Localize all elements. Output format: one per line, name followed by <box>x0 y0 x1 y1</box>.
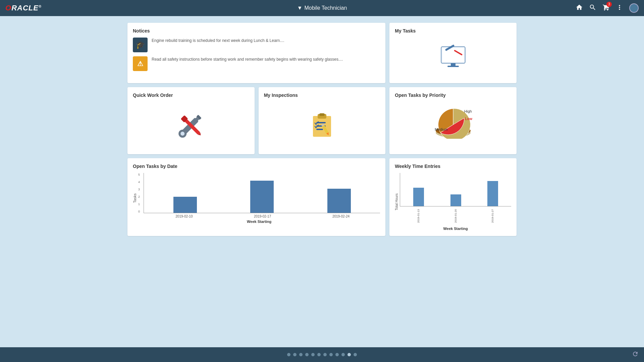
svg-rect-3 <box>451 63 455 66</box>
pagination-dots <box>287 353 357 356</box>
my-tasks-title: My Tasks <box>395 28 416 34</box>
user-avatar[interactable] <box>629 3 639 13</box>
notice-education-icon: 🎓 <box>133 38 148 52</box>
oracle-logo: ORACLE® <box>5 4 42 12</box>
quick-work-order-card[interactable]: Quick Work Order <box>127 87 255 154</box>
main-grid: Notices 🎓 Engine rebuild training is sch… <box>0 16 644 243</box>
weekly-bar-1 <box>413 188 424 206</box>
weekly-time-title: Weekly Time Entries <box>395 164 511 169</box>
footer <box>0 347 644 362</box>
bar-group-1 <box>147 197 223 213</box>
svg-text:Medium: Medium <box>435 127 448 131</box>
quick-work-icon <box>177 112 204 139</box>
bar-3 <box>327 189 351 213</box>
title-arrow: ▼ <box>297 5 303 11</box>
dot-6[interactable] <box>323 353 327 356</box>
inspections-icon-container <box>264 102 380 149</box>
weekly-x-label-2: 2019-01-20 <box>454 208 457 225</box>
bar-group-3 <box>301 189 377 213</box>
app-title: ▼ Mobile Technician <box>297 5 347 11</box>
weekly-bar-3 <box>487 181 498 206</box>
open-tasks-priority-card: Open Tasks by Priority High Low Medium <box>389 87 517 154</box>
x-label-2: 2019-02-17 <box>223 215 302 218</box>
x-label-3: 2019-02-24 <box>302 215 380 218</box>
svg-rect-20 <box>316 129 323 130</box>
bar-2 <box>250 181 274 213</box>
weekly-y-axis-label: Total Hours <box>395 193 398 210</box>
tasks-y-axis-label: Tasks <box>133 193 137 203</box>
tasks-x-axis-label: Week Starting <box>138 220 380 224</box>
dot-10[interactable] <box>347 353 351 356</box>
cart-badge: 3 <box>606 2 612 7</box>
weekly-bar-group-1 <box>403 188 434 206</box>
dot-8[interactable] <box>335 353 339 356</box>
bar-1 <box>173 197 197 213</box>
notices-card: Notices 🎓 Engine rebuild training is sch… <box>127 23 385 83</box>
tasks-monitor-icon <box>438 44 468 71</box>
dot-11[interactable] <box>354 353 357 356</box>
weekly-bar-group-2 <box>440 194 472 206</box>
bar-group-2 <box>223 181 300 213</box>
tasks-icon-container <box>395 38 511 78</box>
dot-3[interactable] <box>305 353 309 356</box>
notice-text-1: Engine rebuild training is scheduled for… <box>152 38 284 44</box>
dot-5[interactable] <box>317 353 321 356</box>
notice-warning-icon: ⚠ <box>133 56 148 71</box>
header-icons: 3 <box>576 3 639 13</box>
my-inspections-card[interactable]: My Inspections <box>259 87 386 154</box>
cart-icon[interactable]: 3 <box>602 4 610 13</box>
weekly-x-axis-label: Week Starting <box>400 227 511 231</box>
search-icon[interactable] <box>589 4 596 13</box>
notice-item-2[interactable]: ⚠ Read all safety instructions before st… <box>133 56 380 71</box>
x-label-1: 2019-02-10 <box>145 215 223 218</box>
notice-item-1[interactable]: 🎓 Engine rebuild training is scheduled f… <box>133 38 380 52</box>
dot-9[interactable] <box>341 353 345 356</box>
svg-rect-17 <box>319 113 325 116</box>
open-tasks-date-title: Open Tasks by Date <box>133 164 380 169</box>
dot-7[interactable] <box>329 353 333 356</box>
weekly-x-label-1: 2019-01-13 <box>417 208 420 225</box>
svg-text:High: High <box>464 109 472 113</box>
refresh-icon[interactable] <box>632 351 639 359</box>
dot-1[interactable] <box>293 353 297 356</box>
svg-rect-4 <box>447 66 459 67</box>
weekly-time-card: Weekly Time Entries Total Hours <box>389 158 517 236</box>
dot-0[interactable] <box>287 353 290 356</box>
svg-text:Low: Low <box>465 117 472 121</box>
dot-2[interactable] <box>299 353 303 356</box>
my-inspections-title: My Inspections <box>264 93 380 98</box>
weekly-x-label-3: 2019-01-27 <box>491 208 494 225</box>
inspections-clipboard-icon <box>310 112 334 139</box>
menu-icon[interactable] <box>616 4 623 13</box>
quick-work-icon-container <box>133 102 249 149</box>
header: ORACLE® ▼ Mobile Technician 3 <box>0 0 644 16</box>
open-tasks-priority-title: Open Tasks by Priority <box>395 93 511 98</box>
pie-chart: High Low Medium <box>428 105 478 139</box>
notice-text-2: Read all safety instructions before star… <box>152 56 343 62</box>
my-tasks-card[interactable]: My Tasks <box>389 23 517 83</box>
weekly-bar-2 <box>450 194 461 206</box>
weekly-bar-group-3 <box>477 181 508 206</box>
open-tasks-date-card: Open Tasks by Date Tasks 0 1 2 3 4 5 <box>127 158 385 236</box>
home-icon[interactable] <box>576 4 583 13</box>
notices-title: Notices <box>133 28 380 34</box>
quick-work-order-title: Quick Work Order <box>133 93 249 98</box>
pie-chart-container: High Low Medium <box>395 102 511 142</box>
dot-4[interactable] <box>311 353 315 356</box>
